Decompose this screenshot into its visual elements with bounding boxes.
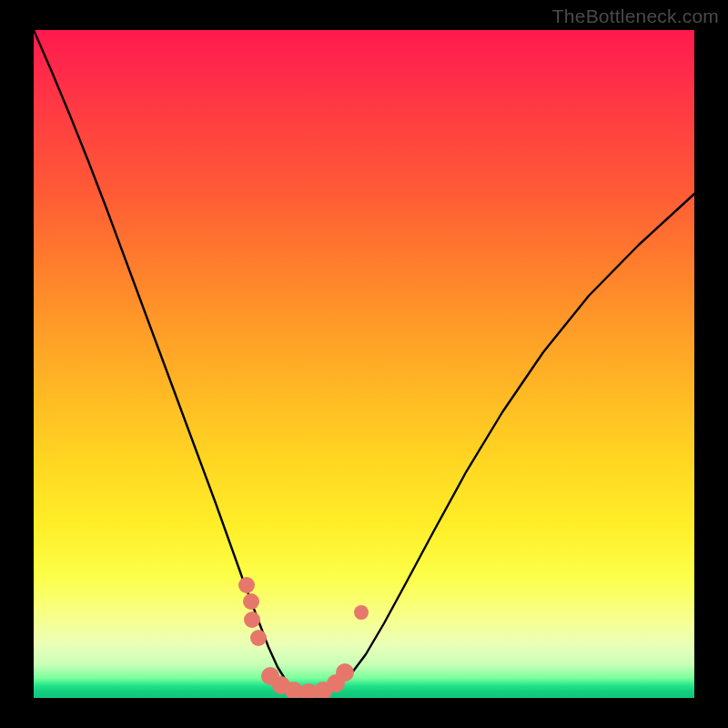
curve-marker	[250, 630, 267, 646]
curve-marker	[244, 612, 260, 628]
curve-marker	[354, 605, 369, 620]
bottleneck-curve	[34, 30, 694, 698]
curve-marker	[336, 663, 354, 682]
chart-frame: TheBottleneck.com	[0, 0, 728, 728]
plot-area	[34, 30, 694, 698]
curve-marker	[238, 577, 255, 593]
watermark-text: TheBottleneck.com	[552, 5, 719, 27]
curve-marker	[243, 593, 259, 610]
